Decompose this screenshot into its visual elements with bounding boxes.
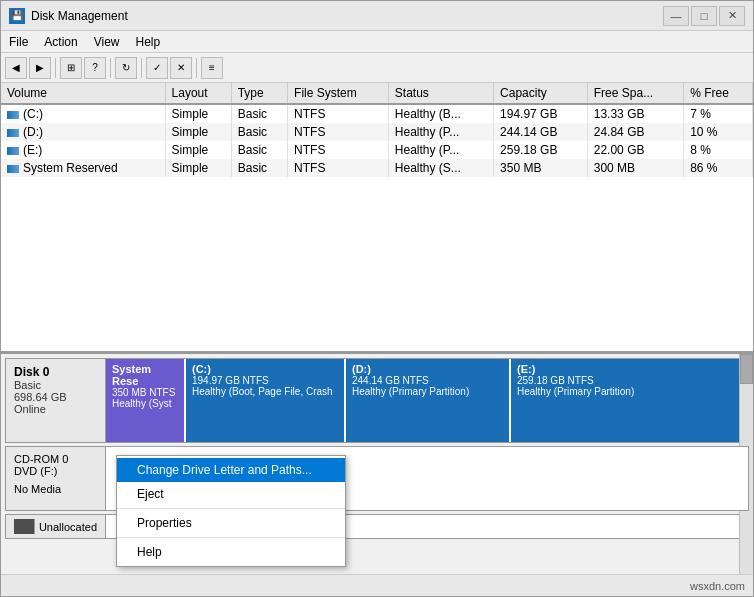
- table-row[interactable]: (C:) Simple Basic NTFS Healthy (B... 194…: [1, 104, 753, 123]
- maximize-button[interactable]: □: [691, 6, 717, 26]
- cell-filesystem: NTFS: [288, 159, 389, 177]
- cell-free: 300 MB: [587, 159, 683, 177]
- col-volume[interactable]: Volume: [1, 83, 165, 104]
- menu-bar: File Action View Help: [1, 31, 753, 53]
- menu-view[interactable]: View: [86, 31, 128, 52]
- main-content: Volume Layout Type File System Status Ca…: [1, 83, 753, 574]
- col-layout[interactable]: Layout: [165, 83, 231, 104]
- btn3[interactable]: ≡: [201, 57, 223, 79]
- cell-free: 24.84 GB: [587, 123, 683, 141]
- cell-type: Basic: [231, 159, 287, 177]
- cell-capacity: 244.14 GB: [494, 123, 588, 141]
- help-button[interactable]: ?: [84, 57, 106, 79]
- context-menu-eject[interactable]: Eject: [117, 482, 345, 506]
- context-menu-separator-2: [117, 537, 345, 538]
- partition-system-reserved[interactable]: System Rese 350 MB NTFS Healthy (Syst: [106, 359, 186, 442]
- cell-volume: (C:): [1, 104, 165, 123]
- cell-volume: (E:): [1, 141, 165, 159]
- cell-volume: (D:): [1, 123, 165, 141]
- col-type[interactable]: Type: [231, 83, 287, 104]
- partition-c-size: 194.97 GB NTFS: [192, 375, 338, 386]
- cell-status: Healthy (P...: [388, 141, 493, 159]
- cell-capacity: 350 MB: [494, 159, 588, 177]
- partition-e-name: (E:): [517, 363, 740, 375]
- disk0-status: Online: [14, 403, 97, 415]
- toolbar-separator-4: [196, 58, 197, 78]
- minimize-button[interactable]: —: [663, 6, 689, 26]
- menu-help[interactable]: Help: [128, 31, 169, 52]
- disk-map-inner: Disk 0 Basic 698.64 GB Online System Res…: [1, 354, 753, 574]
- toolbar-separator-2: [110, 58, 111, 78]
- cdrom0-media: No Media: [14, 483, 97, 495]
- close-button[interactable]: ✕: [719, 6, 745, 26]
- unallocated-icon: [14, 519, 35, 534]
- cell-type: Basic: [231, 123, 287, 141]
- partition-d[interactable]: (D:) 244.14 GB NTFS Healthy (Primary Par…: [346, 359, 511, 442]
- col-status[interactable]: Status: [388, 83, 493, 104]
- cell-filesystem: NTFS: [288, 123, 389, 141]
- partition-c[interactable]: (C:) 194.97 GB NTFS Healthy (Boot, Page …: [186, 359, 346, 442]
- cell-percent: 86 %: [684, 159, 753, 177]
- volumes-table: Volume Layout Type File System Status Ca…: [1, 83, 753, 177]
- col-capacity[interactable]: Capacity: [494, 83, 588, 104]
- partition-system-status: Healthy (Syst: [112, 398, 178, 409]
- menu-file[interactable]: File: [1, 31, 36, 52]
- context-menu-properties[interactable]: Properties: [117, 511, 345, 535]
- title-bar-left: 💾 Disk Management: [9, 8, 128, 24]
- menu-action[interactable]: Action: [36, 31, 85, 52]
- window-title: Disk Management: [31, 9, 128, 23]
- partition-c-status: Healthy (Boot, Page File, Crash: [192, 386, 338, 397]
- status-text: wsxdn.com: [690, 580, 745, 592]
- cell-status: Healthy (S...: [388, 159, 493, 177]
- back-button[interactable]: ◀: [5, 57, 27, 79]
- disk0-label: Disk 0 Basic 698.64 GB Online: [6, 359, 106, 442]
- disk-map-pane: Disk 0 Basic 698.64 GB Online System Res…: [1, 354, 753, 574]
- partition-system-name: System Rese: [112, 363, 178, 387]
- context-menu[interactable]: Change Drive Letter and Paths... Eject P…: [116, 455, 346, 567]
- col-filesystem[interactable]: File System: [288, 83, 389, 104]
- partition-system-size: 350 MB NTFS: [112, 387, 178, 398]
- partition-d-size: 244.14 GB NTFS: [352, 375, 503, 386]
- cell-percent: 7 %: [684, 104, 753, 123]
- btn2[interactable]: ✕: [170, 57, 192, 79]
- partition-e-status: Healthy (Primary Partition): [517, 386, 740, 397]
- cell-free: 13.33 GB: [587, 104, 683, 123]
- status-bar: wsxdn.com: [1, 574, 753, 596]
- refresh-button[interactable]: ↻: [115, 57, 137, 79]
- col-percent[interactable]: % Free: [684, 83, 753, 104]
- cell-status: Healthy (B...: [388, 104, 493, 123]
- properties-button[interactable]: ⊞: [60, 57, 82, 79]
- unallocated-text: Unallocated: [39, 521, 97, 533]
- forward-button[interactable]: ▶: [29, 57, 51, 79]
- disk0-partitions: System Rese 350 MB NTFS Healthy (Syst (C…: [106, 359, 748, 442]
- cell-percent: 10 %: [684, 123, 753, 141]
- cell-layout: Simple: [165, 123, 231, 141]
- cell-capacity: 259.18 GB: [494, 141, 588, 159]
- cell-volume: System Reserved: [1, 159, 165, 177]
- table-row[interactable]: (D:) Simple Basic NTFS Healthy (P... 244…: [1, 123, 753, 141]
- cell-type: Basic: [231, 141, 287, 159]
- disk0-name: Disk 0: [14, 365, 97, 379]
- context-menu-separator-1: [117, 508, 345, 509]
- partition-d-name: (D:): [352, 363, 503, 375]
- cell-filesystem: NTFS: [288, 104, 389, 123]
- btn1[interactable]: ✓: [146, 57, 168, 79]
- cdrom0-row: CD-ROM 0 DVD (F:) No Media Change Drive …: [5, 446, 749, 511]
- col-free[interactable]: Free Spa...: [587, 83, 683, 104]
- cell-status: Healthy (P...: [388, 123, 493, 141]
- table-row[interactable]: System Reserved Simple Basic NTFS Health…: [1, 159, 753, 177]
- app-icon: 💾: [9, 8, 25, 24]
- partition-e-size: 259.18 GB NTFS: [517, 375, 740, 386]
- scrollbar-thumb[interactable]: [740, 354, 753, 384]
- partition-c-name: (C:): [192, 363, 338, 375]
- title-bar: 💾 Disk Management — □ ✕: [1, 1, 753, 31]
- cell-filesystem: NTFS: [288, 141, 389, 159]
- disk0-size: 698.64 GB: [14, 391, 97, 403]
- context-menu-help[interactable]: Help: [117, 540, 345, 564]
- disk0-type: Basic: [14, 379, 97, 391]
- context-menu-change-drive-letter[interactable]: Change Drive Letter and Paths...: [117, 458, 345, 482]
- volumes-table-pane: Volume Layout Type File System Status Ca…: [1, 83, 753, 354]
- table-row[interactable]: (E:) Simple Basic NTFS Healthy (P... 259…: [1, 141, 753, 159]
- cell-layout: Simple: [165, 141, 231, 159]
- partition-e[interactable]: (E:) 259.18 GB NTFS Healthy (Primary Par…: [511, 359, 748, 442]
